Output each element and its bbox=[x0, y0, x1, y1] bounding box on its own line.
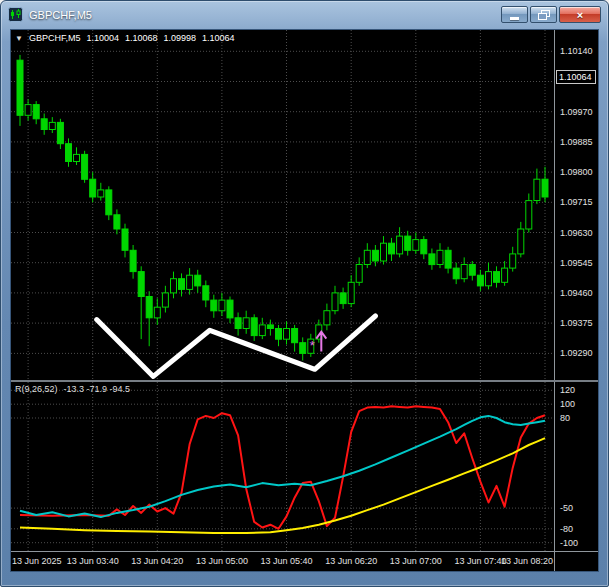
price-axis-label: 1.09800 bbox=[560, 167, 593, 177]
time-axis-label: 13 Jun 03:40 bbox=[67, 556, 119, 566]
indicator-row: R(9,26,52) -13.3 -71.9 -94.5 12010080-50… bbox=[11, 382, 598, 551]
price-axis-label: 1.09290 bbox=[560, 348, 593, 358]
price-axis-label: 1.09545 bbox=[560, 258, 593, 268]
indicator-axis-label: -100 bbox=[560, 538, 578, 548]
price-axis-label: 1.10140 bbox=[560, 46, 593, 56]
collapse-icon[interactable]: ▼ bbox=[15, 34, 23, 43]
header-high: 1.10068 bbox=[125, 33, 158, 43]
price-axis-label: 1.09885 bbox=[560, 137, 593, 147]
indicator-axis-label: -80 bbox=[560, 524, 573, 534]
header-close: 1.10064 bbox=[202, 33, 235, 43]
title-bar[interactable]: GBPCHF,M5 × bbox=[1, 1, 608, 28]
price-axis-label: 1.09970 bbox=[560, 107, 593, 117]
indicator-axis-label: 80 bbox=[560, 413, 570, 423]
terminal-chart-window: GBPCHF,M5 × ▼ GBPCHF,M5 1.10004 1.10068 … bbox=[0, 0, 609, 587]
time-axis[interactable]: 13 Jun 202513 Jun 03:4013 Jun 04:2013 Ju… bbox=[11, 552, 554, 571]
time-axis-label: 13 Jun 2025 bbox=[12, 556, 62, 566]
indicator-axis[interactable]: 12010080-50-80-100 bbox=[554, 382, 598, 551]
time-axis-row: 13 Jun 202513 Jun 03:4013 Jun 04:2013 Ju… bbox=[11, 551, 598, 571]
svg-text:*: * bbox=[310, 338, 315, 353]
close-icon: × bbox=[577, 9, 583, 21]
price-axis-label: 1.09460 bbox=[560, 288, 593, 298]
indicator-values: -13.3 -71.9 -94.5 bbox=[64, 384, 131, 394]
price-axis-label: 1.09715 bbox=[560, 197, 593, 207]
time-axis-label: 13 Jun 07:00 bbox=[390, 556, 442, 566]
indicator-axis-label: -50 bbox=[560, 503, 573, 513]
chart-client-area: ▼ GBPCHF,M5 1.10004 1.10068 1.09998 1.10… bbox=[10, 29, 599, 572]
main-pane[interactable]: ▼ GBPCHF,M5 1.10004 1.10068 1.09998 1.10… bbox=[11, 30, 554, 380]
indicator-axis-label: 120 bbox=[560, 385, 575, 395]
indicator-axis-label: 100 bbox=[560, 399, 575, 409]
main-chart-row: ▼ GBPCHF,M5 1.10004 1.10068 1.09998 1.10… bbox=[11, 30, 598, 380]
time-axis-label: 13 Jun 07:40 bbox=[454, 556, 506, 566]
restore-button[interactable] bbox=[530, 6, 557, 23]
window-controls: × bbox=[501, 6, 601, 23]
candlestick-plot: * bbox=[11, 30, 554, 380]
close-button[interactable]: × bbox=[559, 6, 601, 23]
window-title: GBPCHF,M5 bbox=[29, 9, 92, 21]
ohlc-header: ▼ GBPCHF,M5 1.10004 1.10068 1.09998 1.10… bbox=[15, 33, 235, 43]
time-axis-label: 13 Jun 06:20 bbox=[325, 556, 377, 566]
current-price-box: 1.10064 bbox=[556, 70, 596, 84]
restore-icon bbox=[538, 10, 549, 19]
indicator-pane[interactable]: R(9,26,52) -13.3 -71.9 -94.5 bbox=[11, 382, 554, 551]
chart-icon[interactable] bbox=[8, 7, 23, 22]
header-symbol: GBPCHF,M5 bbox=[29, 33, 81, 43]
axis-corner bbox=[554, 552, 598, 571]
header-low: 1.09998 bbox=[164, 33, 197, 43]
minimize-icon bbox=[510, 17, 519, 20]
time-axis-label: 13 Jun 05:40 bbox=[261, 556, 313, 566]
indicator-label: R(9,26,52) -13.3 -71.9 -94.5 bbox=[15, 384, 130, 394]
price-axis-label: 1.09375 bbox=[560, 318, 593, 328]
header-open: 1.10004 bbox=[86, 33, 119, 43]
indicator-plot bbox=[11, 382, 554, 551]
price-axis[interactable]: 1.101401.099701.098851.098001.097151.096… bbox=[554, 30, 598, 380]
minimize-button[interactable] bbox=[501, 6, 528, 23]
time-axis-label: 13 Jun 08:20 bbox=[501, 556, 553, 566]
time-axis-label: 13 Jun 05:00 bbox=[196, 556, 248, 566]
price-axis-label: 1.09630 bbox=[560, 228, 593, 238]
time-axis-label: 13 Jun 04:20 bbox=[131, 556, 183, 566]
indicator-name: R(9,26,52) bbox=[15, 384, 58, 394]
